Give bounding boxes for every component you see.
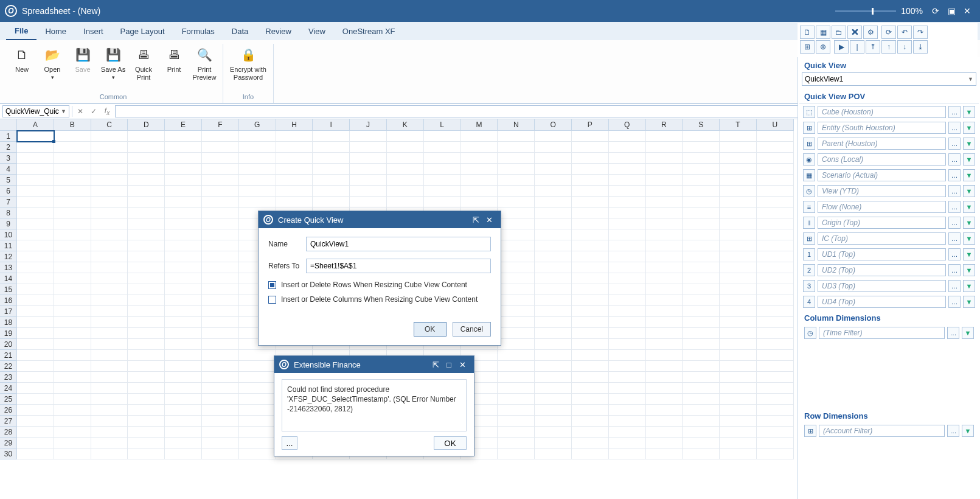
cell[interactable]	[17, 328, 54, 339]
refers-to-input[interactable]	[306, 259, 491, 273]
cell[interactable]	[128, 361, 165, 372]
cell[interactable]	[683, 394, 720, 405]
cell[interactable]	[276, 142, 313, 153]
cell[interactable]	[646, 361, 683, 372]
cell[interactable]	[646, 262, 683, 273]
column-header[interactable]: I	[313, 119, 350, 131]
cell[interactable]	[424, 175, 461, 186]
pov-field[interactable]: Flow (None)	[818, 201, 946, 213]
cell[interactable]	[128, 131, 165, 142]
row-header[interactable]: 30	[0, 448, 17, 459]
cell[interactable]	[646, 394, 683, 405]
cell[interactable]	[572, 295, 609, 306]
ellipsis-button[interactable]: …	[948, 280, 961, 292]
cell[interactable]	[572, 328, 609, 339]
cell[interactable]	[720, 175, 757, 186]
row-header[interactable]: 10	[0, 229, 17, 240]
cell[interactable]	[498, 427, 535, 438]
cell[interactable]	[609, 405, 646, 416]
cell[interactable]	[91, 186, 128, 197]
cell[interactable]	[720, 284, 757, 295]
cell[interactable]	[609, 372, 646, 383]
cell[interactable]	[91, 229, 128, 240]
cell[interactable]	[424, 153, 461, 164]
cell[interactable]	[128, 142, 165, 153]
row-header[interactable]: 28	[0, 427, 17, 438]
cell[interactable]	[720, 306, 757, 317]
row-headers[interactable]: 1234567891011121314151617181920212223242…	[0, 131, 17, 499]
cell[interactable]	[646, 251, 683, 262]
cell[interactable]	[239, 175, 276, 186]
cell[interactable]	[54, 383, 91, 394]
pov-field[interactable]: Parent (Houston)	[818, 138, 946, 150]
cell[interactable]	[535, 186, 572, 197]
cell[interactable]	[683, 240, 720, 251]
column-header[interactable]: R	[646, 119, 683, 131]
cell[interactable]	[720, 251, 757, 262]
cell[interactable]	[572, 229, 609, 240]
cell[interactable]	[609, 317, 646, 328]
row-header[interactable]: 2	[0, 142, 17, 153]
cell[interactable]	[165, 262, 202, 273]
cell[interactable]	[128, 164, 165, 175]
cell[interactable]	[128, 186, 165, 197]
cell[interactable]	[165, 306, 202, 317]
cell[interactable]	[720, 339, 757, 350]
cell[interactable]	[535, 208, 572, 218]
cell[interactable]	[202, 229, 239, 240]
cell[interactable]	[91, 295, 128, 306]
cell[interactable]	[17, 295, 54, 306]
ellipsis-button[interactable]: …	[948, 248, 961, 260]
cell[interactable]	[91, 405, 128, 416]
cell[interactable]	[239, 372, 276, 383]
cell[interactable]	[461, 164, 498, 175]
cell[interactable]	[239, 153, 276, 164]
cell[interactable]	[17, 284, 54, 295]
cell[interactable]	[683, 328, 720, 339]
cell[interactable]	[54, 197, 91, 208]
cell[interactable]	[683, 427, 720, 438]
tab-insert[interactable]: Insert	[75, 23, 112, 40]
cell[interactable]	[720, 416, 757, 427]
cell[interactable]	[387, 197, 424, 208]
cell[interactable]	[498, 328, 535, 339]
cell[interactable]	[276, 197, 313, 208]
cell[interactable]	[128, 405, 165, 416]
cell[interactable]	[202, 175, 239, 186]
cell[interactable]	[535, 142, 572, 153]
cell[interactable]	[17, 339, 54, 350]
cell[interactable]	[54, 328, 91, 339]
tool-collapse-icon[interactable]: ⤒	[866, 40, 880, 54]
column-header[interactable]: T	[720, 119, 757, 131]
cell[interactable]	[720, 273, 757, 284]
cell[interactable]	[239, 131, 276, 142]
maximize-icon[interactable]: ▣	[945, 4, 958, 18]
tool-play-icon[interactable]: ▶	[834, 40, 849, 54]
select-all-corner[interactable]	[0, 119, 17, 131]
cell[interactable]	[535, 438, 572, 448]
cell[interactable]	[646, 284, 683, 295]
tab-page-layout[interactable]: Page Layout	[112, 23, 173, 40]
filter-icon[interactable]: ▼	[963, 264, 975, 276]
filter-icon[interactable]: ▼	[963, 153, 975, 166]
cell[interactable]	[165, 218, 202, 229]
cell[interactable]	[683, 142, 720, 153]
cell[interactable]	[239, 405, 276, 416]
cell[interactable]	[572, 153, 609, 164]
cell[interactable]	[609, 273, 646, 284]
cell[interactable]	[720, 218, 757, 229]
cell[interactable]	[720, 186, 757, 197]
cell[interactable]	[757, 394, 794, 405]
cell[interactable]	[461, 186, 498, 197]
cell[interactable]	[17, 448, 54, 459]
cell[interactable]	[165, 394, 202, 405]
cell[interactable]	[91, 350, 128, 361]
cell[interactable]	[498, 405, 535, 416]
chevron-down-icon[interactable]: ▼	[968, 76, 973, 82]
more-button[interactable]: ...	[282, 436, 297, 450]
cell[interactable]	[609, 164, 646, 175]
cell[interactable]	[683, 405, 720, 416]
cell[interactable]	[498, 186, 535, 197]
cell[interactable]	[535, 328, 572, 339]
print-button[interactable]: 🖶Print	[159, 44, 189, 74]
